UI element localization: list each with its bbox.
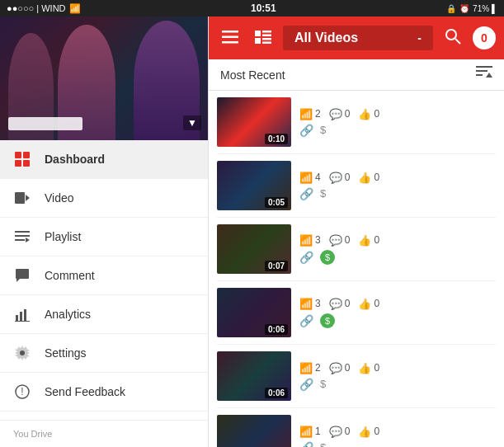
dollar-icon-2[interactable]: $ [320,187,326,200]
video-item-3[interactable]: 0:07 📶 3 💬 0 👍 0 [217,218,496,281]
svg-rect-23 [255,38,261,44]
svg-marker-9 [26,238,30,242]
views-icon-2: 📶 [299,172,313,184]
sidebar-item-label-analytics: Analytics [45,308,195,321]
likes-icon-5: 👍 [358,362,371,374]
views-count-1: 2 [315,108,321,120]
comments-stat-4: 💬 0 [329,298,351,310]
comments-icon-3: 💬 [329,234,342,247]
sidebar-nav: Dashboard Video [0,140,208,420]
sidebar-footer: You Drive [0,420,208,447]
views-stat-3: 📶 3 [299,234,321,247]
link-icon-4[interactable]: 🔗 [299,314,313,327]
svg-point-26 [446,30,456,40]
svg-rect-8 [15,239,25,241]
app-body: ▼ Dashboard [0,16,504,447]
notification-badge[interactable]: 0 [473,26,496,49]
svg-rect-13 [15,321,30,322]
sidebar-username[interactable] [8,117,82,130]
video-item-2[interactable]: 0:05 📶 4 💬 0 👍 0 [217,154,496,218]
sidebar-item-dashboard[interactable]: Dashboard [0,140,208,179]
sidebar-item-feedback[interactable]: ! Send Feedback [0,373,208,412]
dollar-icon-4[interactable]: $ [320,313,335,328]
comments-count-1: 0 [345,108,351,120]
sidebar-item-playlist[interactable]: Playlist [0,218,208,256]
views-icon-5: 📶 [299,362,313,374]
svg-rect-22 [262,34,271,36]
list-button[interactable] [250,26,276,51]
video-thumbnail-2: 0:05 [217,161,291,210]
sidebar-item-video[interactable]: Video [0,179,208,218]
video-item-5[interactable]: 0:06 📶 2 💬 0 👍 0 [217,345,496,408]
likes-icon-6: 👍 [358,426,371,438]
video-item-1[interactable]: 0:10 📶 2 💬 0 👍 0 [217,91,496,154]
wifi-icon: 📶 [69,3,81,14]
menu-button[interactable] [217,26,243,51]
link-icon-5[interactable]: 🔗 [299,378,313,391]
link-icon-2[interactable]: 🔗 [299,187,313,200]
sidebar-dropdown[interactable]: ▼ [183,115,201,130]
dollar-icon-1[interactable]: $ [320,124,326,136]
thumb-image-6 [217,415,291,447]
status-battery: 🔒 ⏰ 71% ▌ [446,4,497,13]
svg-rect-4 [15,192,25,204]
comment-icon [13,266,31,285]
svg-rect-30 [476,74,483,76]
link-icon-3[interactable]: 🔗 [299,251,313,264]
svg-rect-0 [15,152,21,158]
dollar-icon-3[interactable]: $ [320,250,335,265]
svg-rect-29 [476,70,488,72]
svg-line-27 [455,39,460,44]
sort-bar: Most Recent [209,59,504,91]
svg-rect-18 [222,35,238,38]
sidebar-item-analytics[interactable]: Analytics [0,295,208,334]
footer-text: You Drive [13,429,52,439]
sidebar: ▼ Dashboard [0,16,209,447]
analytics-icon [13,305,31,323]
views-stat-4: 📶 3 [299,298,321,310]
svg-marker-31 [486,73,492,78]
video-stats-2: 📶 4 💬 0 👍 0 🔗 $ [299,172,496,200]
search-button[interactable] [440,25,466,52]
sort-icon[interactable] [476,66,492,83]
svg-rect-3 [23,160,30,167]
action-row-1: 🔗 $ [299,124,496,137]
views-count-2: 4 [315,172,321,183]
svg-rect-20 [255,31,261,36]
title-arrow: - [417,31,422,45]
comments-stat-2: 💬 0 [329,172,351,184]
video-stats-4: 📶 3 💬 0 👍 0 🔗 $ [299,298,496,328]
sidebar-item-comment[interactable]: Comment [0,256,208,295]
svg-rect-21 [262,31,271,33]
lock-icon: 🔒 [446,4,456,13]
svg-rect-19 [222,41,238,44]
svg-rect-10 [16,315,18,321]
comments-stat-3: 💬 0 [329,234,351,247]
dollar-icon-6[interactable]: $ [320,441,326,447]
battery-text: 71% ▌ [473,4,497,13]
page-title[interactable]: All Videos - [283,26,433,50]
link-icon-6[interactable]: 🔗 [299,441,313,448]
video-stats-1: 📶 2 💬 0 👍 0 🔗 $ [299,108,496,137]
video-item-4[interactable]: 0:06 📶 3 💬 0 👍 0 [217,281,496,345]
action-row-5: 🔗 $ [299,378,496,391]
likes-stat-3: 👍 0 [358,234,379,247]
comments-stat-6: 💬 0 [329,426,351,438]
video-thumbnail-1: 0:10 [217,97,291,147]
likes-count-4: 0 [374,298,379,309]
playlist-icon [13,228,31,246]
svg-rect-24 [262,38,271,40]
likes-stat-6: 👍 0 [358,426,379,438]
link-icon-1[interactable]: 🔗 [299,124,313,137]
alarm-icon: ⏰ [459,4,469,13]
likes-count-2: 0 [374,172,379,183]
settings-icon [13,344,31,362]
sidebar-item-label-dashboard: Dashboard [45,153,195,166]
video-duration-3: 0:07 [265,261,288,271]
dollar-icon-5[interactable]: $ [320,378,326,390]
sidebar-item-settings[interactable]: Settings [0,334,208,373]
svg-rect-2 [15,160,21,167]
views-icon-1: 📶 [299,108,313,120]
sort-label: Most Recent [220,68,285,82]
video-item-6[interactable]: 0:06 📶 1 💬 0 👍 0 [217,408,496,447]
